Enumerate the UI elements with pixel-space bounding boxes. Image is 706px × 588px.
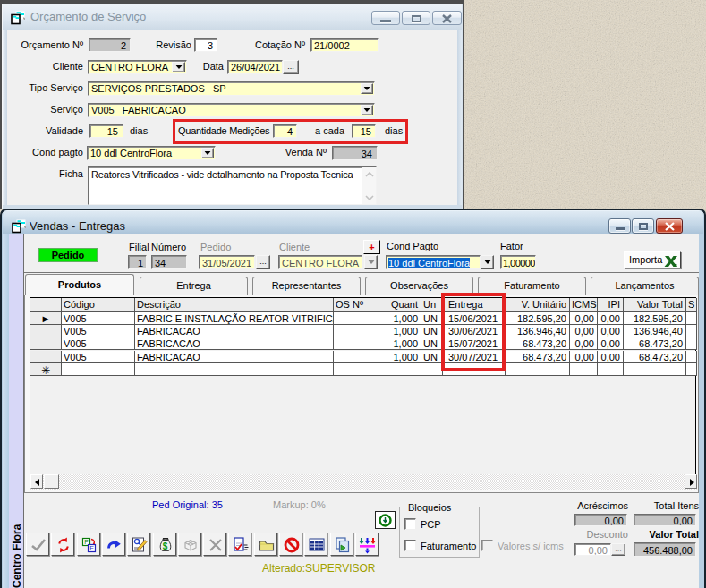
- svg-text:E: E: [89, 545, 94, 551]
- svg-text:$: $: [163, 541, 168, 551]
